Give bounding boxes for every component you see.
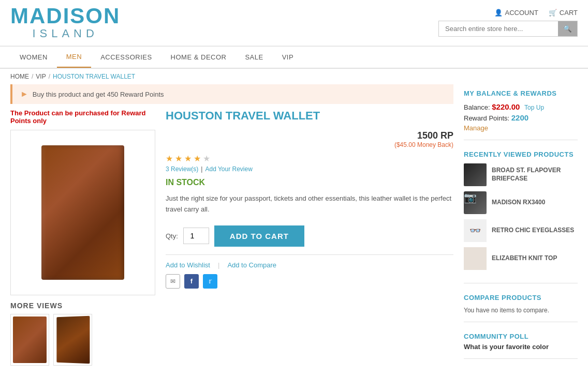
breadcrumb-sep2: / [49,73,50,80]
product-main-image [41,145,124,280]
recently-viewed-section: RECENTLY VIEWED PRODUCTS BROAD ST. FLAPO… [464,150,578,283]
nav-women[interactable]: WOMEN [10,47,57,67]
reward-points-value: 2200 [511,113,528,122]
product-notice: The Product can be purchased for Reward … [10,109,155,125]
balance-label: Balance: [464,103,490,111]
star-3: ★ [184,154,192,163]
recently-item-glasses[interactable]: 👓 RETRO CHIC EYEGLASSES [464,219,578,242]
glasses-image: 👓 [464,219,487,242]
account-label: ACCOUNT [505,9,538,17]
star-5: ★ [203,154,210,163]
logo-madison: MADISON [10,5,120,27]
top-image [464,247,487,270]
add-to-wishlist-link[interactable]: Add to Wishlist [166,261,210,269]
add-review-link[interactable]: Add Your Review [205,165,252,173]
breadcrumb-current: HOUSTON TRAVEL WALLET [53,73,135,80]
thumbnail-1[interactable] [10,314,49,366]
quantity-input[interactable] [183,228,209,244]
product-detail: HOUSTON TRAVEL WALLET 1500 RP ($45.00 Mo… [166,109,453,366]
compare-products-title: COMPARE PRODUCTS [464,294,578,301]
add-to-compare-link[interactable]: Add to Compare [227,261,276,269]
header-right: 👤 ACCOUNT 🛒 CART 🔍 [438,9,578,37]
cart-link[interactable]: 🛒 CART [549,9,578,17]
facebook-share-icon[interactable]: f [184,274,199,289]
nav-accessories[interactable]: ACCESSORIES [91,47,161,67]
breadcrumb-sep1: / [32,73,33,80]
recently-name-glasses: RETRO CHIC EYEGLASSES [492,227,574,235]
recently-name-briefcase: BROAD ST. FLAPOVER BRIEFCASE [492,167,578,183]
breadcrumb-home[interactable]: HOME [10,73,29,80]
review-sep: | [201,165,202,173]
thumbnail-2[interactable] [53,314,92,366]
recently-item-camera[interactable]: 📷 MADISON RX3400 [464,191,578,214]
product-title: HOUSTON TRAVEL WALLET [166,109,453,123]
nav-vip[interactable]: VIP [273,47,303,67]
briefcase-image [464,163,487,186]
reward-points-row: Reward Points: 2200 [464,113,578,122]
header: MADISON ISLAND 👤 ACCOUNT 🛒 CART 🔍 [0,0,588,46]
balance-rewards-section: MY BALANCE & REWARDS Balance: $220.00 To… [464,89,578,140]
email-share-icon[interactable]: ✉ [166,274,180,289]
qty-label: Qty: [166,232,178,240]
action-links: Add to Wishlist | Add to Compare [166,261,453,269]
community-poll-title: COMMUNITY POLL [464,333,578,340]
product-price: 1500 RP [166,130,453,141]
recently-name-camera: MADISON RX3400 [492,199,545,207]
topup-link[interactable]: Top Up [524,104,544,111]
divider [166,254,453,255]
thumbnail-image-1 [13,316,47,363]
balance-row: Balance: $220.00 Top Up [464,102,578,111]
twitter-share-icon[interactable]: 𝕣 [203,274,217,289]
community-poll-question: What is your favorite color [464,343,578,351]
breadcrumb: HOME / VIP / HOUSTON TRAVEL WALLET [0,69,588,84]
manage-link[interactable]: Manage [464,124,488,132]
cart-icon: 🛒 [549,9,557,17]
more-views-label: MORE VIEWS [10,301,155,310]
review-links: 3 Review(s) | Add Your Review [166,165,453,173]
recently-item-briefcase[interactable]: BROAD ST. FLAPOVER BRIEFCASE [464,163,578,186]
balance-amount: $220.00 [492,102,520,111]
product-area: The Product can be purchased for Reward … [10,109,453,366]
product-images: The Product can be purchased for Reward … [10,109,155,366]
cart-label: CART [560,9,578,17]
star-4: ★ [194,154,201,163]
star-2: ★ [175,154,182,163]
recently-name-top: ELIZABETH KNIT TOP [492,254,557,263]
search-button[interactable]: 🔍 [558,21,577,36]
thumbnail-image-2 [56,316,90,364]
balance-rewards-title: MY BALANCE & REWARDS [464,89,578,97]
account-link[interactable]: 👤 ACCOUNT [494,9,538,17]
header-top-links: 👤 ACCOUNT 🛒 CART [494,9,578,17]
stock-status: IN STOCK [166,178,453,187]
add-to-cart-button[interactable]: ADD TO CART [214,225,304,247]
main-content: ► Buy this product and get 450 Reward Po… [0,84,588,369]
star-1: ★ [166,154,173,163]
compare-empty-text: You have no items to compare. [464,307,578,314]
reward-banner: ► Buy this product and get 450 Reward Po… [10,84,453,104]
reward-banner-text: Buy this product and get 450 Reward Poin… [33,91,164,98]
reward-points-label: Reward Points: [464,114,509,122]
recently-thumb-glasses: 👓 [464,219,487,242]
product-section: ► Buy this product and get 450 Reward Po… [10,84,453,369]
product-stars: ★ ★ ★ ★ ★ [166,154,453,163]
recently-viewed-title: RECENTLY VIEWED PRODUCTS [464,150,578,158]
nav-home-decor[interactable]: HOME & DECOR [161,47,236,67]
recently-thumb-top [464,247,487,270]
main-image-box[interactable] [10,130,155,295]
search-input[interactable] [439,21,558,36]
social-icons: ✉ f 𝕣 [166,274,453,289]
action-sep: | [218,261,219,269]
recently-thumb-camera: 📷 [464,191,487,214]
nav-sale[interactable]: SALE [236,47,272,67]
logo[interactable]: MADISON ISLAND [10,5,120,40]
account-icon: 👤 [494,9,503,17]
logo-island: ISLAND [10,27,120,40]
community-poll-section: COMMUNITY POLL What is your favorite col… [464,333,578,359]
sidebar: MY BALANCE & REWARDS Balance: $220.00 To… [464,84,578,369]
recently-item-top[interactable]: ELIZABETH KNIT TOP [464,247,578,270]
camera-image: 📷 [464,191,487,214]
nav-men[interactable]: MEN [57,47,91,68]
breadcrumb-vip[interactable]: VIP [36,73,46,80]
main-nav: WOMEN MEN ACCESSORIES HOME & DECOR SALE … [0,46,588,69]
review-count-link[interactable]: 3 Review(s) [166,165,198,173]
